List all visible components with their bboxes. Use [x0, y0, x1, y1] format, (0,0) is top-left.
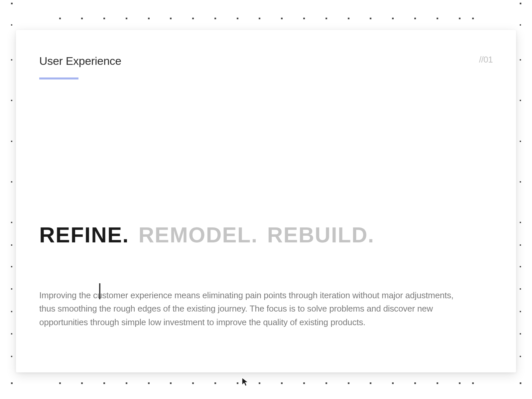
- header-row: User Experience //01: [39, 55, 493, 79]
- slide-card: User Experience //01 REFINE. REMODEL. RE…: [16, 30, 516, 372]
- text-cursor-indicator: [99, 283, 100, 299]
- cursor-icon: [241, 377, 249, 387]
- body-paragraph: Improving the customer experience means …: [39, 289, 458, 329]
- title-underline: [39, 77, 78, 79]
- title-block: User Experience: [39, 55, 121, 79]
- keyword-remodel: REMODEL.: [138, 222, 258, 247]
- keyword-rebuild: REBUILD.: [267, 222, 374, 247]
- slide-title: User Experience: [39, 55, 121, 67]
- keywords-row: REFINE. REMODEL. REBUILD.: [39, 222, 493, 247]
- page-marker: //01: [479, 55, 493, 65]
- keyword-refine: REFINE.: [39, 222, 129, 247]
